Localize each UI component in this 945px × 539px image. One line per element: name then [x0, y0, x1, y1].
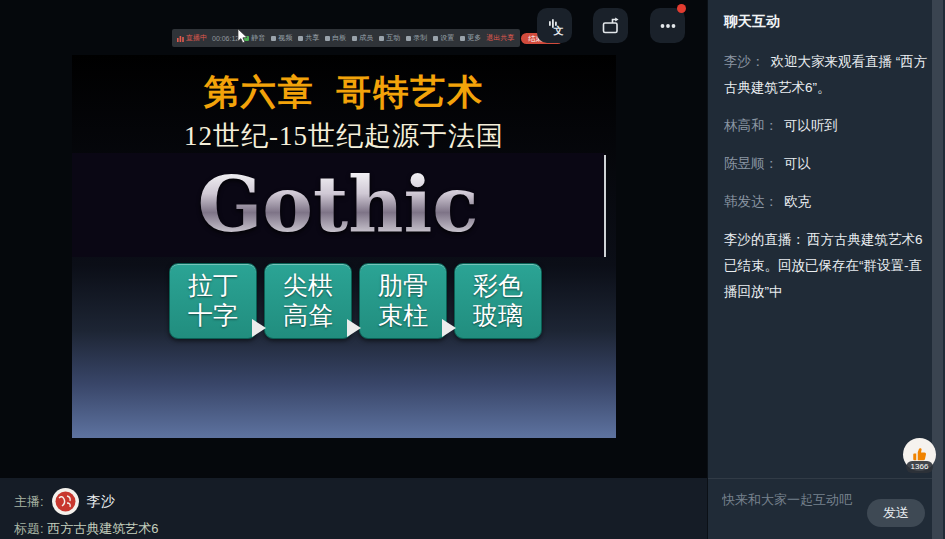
stream-title-label: 标题:: [14, 521, 44, 536]
live-timer: 00:06:12: [212, 35, 239, 42]
chat-message-sender: 陈昱顺：: [724, 156, 778, 171]
slide-chapter-title: 第六章 哥特艺术: [72, 69, 616, 116]
shared-screen-area: 直播中 00:06:12 静音视频共享白板成员互动录制设置更多 退出共享 结束直…: [0, 0, 707, 478]
chat-system-message: 李沙的直播：西方古典建筑艺术6 已结束。回放已保存在“群设置-直播回放”中: [724, 227, 929, 305]
more-options-button[interactable]: [650, 8, 685, 43]
chat-input-bar: 发送: [708, 478, 935, 539]
toolbar-item-label: 共享: [305, 33, 319, 43]
flow-diagram: 拉丁十字尖栱高耸肋骨束柱彩色玻璃: [169, 263, 542, 359]
host-name: 李沙: [87, 493, 115, 511]
live-label: 直播中: [186, 33, 207, 43]
send-button[interactable]: 发送: [867, 499, 925, 527]
stream-title-row: 标题: 西方古典建筑艺术6: [14, 520, 158, 538]
chat-message: 陈昱顺：可以: [724, 151, 929, 177]
toolbar-item-icon: [433, 36, 438, 41]
toolbar-item-label: 视频: [278, 33, 292, 43]
toolbar-item-icon: [271, 36, 276, 41]
toolbar-item-label: 互动: [386, 33, 400, 43]
caption-translate-button[interactable]: 文: [537, 8, 572, 43]
live-signal-icon: [177, 35, 184, 42]
host-row: 主播: 李沙: [14, 488, 115, 515]
chat-input[interactable]: [722, 489, 862, 509]
toolbar-item[interactable]: 视频: [271, 33, 292, 43]
host-info-bar: 主播: 李沙 标题: 西方古典建筑艺术6: [0, 478, 707, 539]
toolbar-item-icon: [379, 36, 384, 41]
chat-message-text: 欧克: [784, 194, 811, 209]
toolbar-item[interactable]: 成员: [352, 33, 373, 43]
toolbar-item-label: 静音: [251, 33, 265, 43]
slide-image-edge: [604, 155, 606, 257]
flow-box: 彩色玻璃: [454, 263, 542, 339]
chat-message-list: 李沙：欢迎大家来观看直播 “西方古典建筑艺术6”。林高和：可以听到陈昱顺：可以韩…: [708, 31, 945, 305]
toolbar-item-label: 白板: [332, 33, 346, 43]
toolbar-item-label: 设置: [440, 33, 454, 43]
chat-message-text: 可以听到: [784, 118, 838, 133]
toolbar-item-icon: [298, 36, 303, 41]
toolbar-item[interactable]: 白板: [325, 33, 346, 43]
exit-share-button[interactable]: 退出共享: [486, 33, 514, 43]
host-label: 主播:: [14, 493, 44, 511]
chat-message-sender: 李沙的直播：: [724, 232, 805, 247]
flow-box: 尖栱高耸: [264, 263, 352, 339]
chat-header-title: 聊天互动: [708, 0, 945, 31]
toolbar-item-icon: [352, 36, 357, 41]
host-avatar: [52, 488, 79, 515]
flow-arrow-icon: [442, 319, 456, 337]
mouse-cursor: [237, 29, 250, 45]
like-count-badge: 1366: [906, 461, 934, 473]
notification-dot: [677, 4, 686, 13]
gothic-title-image: Gothic: [72, 153, 604, 257]
toolbar-item[interactable]: 互动: [379, 33, 400, 43]
chat-message-sender: 李沙：: [724, 54, 765, 69]
toolbar-item[interactable]: 设置: [433, 33, 454, 43]
chat-message: 林高和：可以听到: [724, 113, 929, 139]
toolbar-item-icon: [325, 36, 330, 41]
seal-stamp-icon: [54, 490, 77, 513]
flow-box: 肋骨束柱: [359, 263, 447, 339]
toolbar-item[interactable]: 更多: [460, 33, 481, 43]
toolbar-item[interactable]: 录制: [406, 33, 427, 43]
toolbar-item-label: 成员: [359, 33, 373, 43]
slide-subtitle: 12世纪-15世纪起源于法国: [72, 118, 616, 154]
flow-arrow-icon: [252, 319, 266, 337]
live-indicator: 直播中: [177, 33, 207, 43]
gothic-text: Gothic: [197, 167, 478, 243]
like-button[interactable]: 1366: [903, 438, 936, 471]
toolbar-item-icon: [406, 36, 411, 41]
stream-title-value: 西方古典建筑艺术6: [47, 521, 158, 536]
chat-message: 韩发达：欧克: [724, 189, 929, 215]
rotate-screen-button[interactable]: [593, 8, 628, 43]
share-toolbar: 直播中 00:06:12 静音视频共享白板成员互动录制设置更多 退出共享 结束直…: [172, 29, 520, 47]
flow-box: 拉丁十字: [169, 263, 257, 339]
chat-message-sender: 林高和：: [724, 118, 778, 133]
chat-message-text: 可以: [784, 156, 811, 171]
toolbar-item[interactable]: 共享: [298, 33, 319, 43]
chat-message: 李沙：欢迎大家来观看直播 “西方古典建筑艺术6”。: [724, 49, 929, 101]
rotate-screen-icon: [600, 15, 622, 37]
svg-text:文: 文: [552, 24, 563, 35]
voice-caption-icon: 文: [544, 15, 566, 37]
chat-message-sender: 韩发达：: [724, 194, 778, 209]
toolbar-item-label: 录制: [413, 33, 427, 43]
more-dots-icon: [657, 15, 679, 37]
app-window: 直播中 00:06:12 静音视频共享白板成员互动录制设置更多 退出共享 结束直…: [0, 0, 945, 539]
toolbar-item-label: 更多: [467, 33, 481, 43]
toolbar-item-icon: [460, 36, 465, 41]
flow-arrow-icon: [347, 319, 361, 337]
chat-panel: 聊天互动 李沙：欢迎大家来观看直播 “西方古典建筑艺术6”。林高和：可以听到陈昱…: [707, 0, 945, 539]
presentation-slide: 第六章 哥特艺术 12世纪-15世纪起源于法国 Gothic 拉丁十字尖栱高耸肋…: [72, 55, 616, 438]
